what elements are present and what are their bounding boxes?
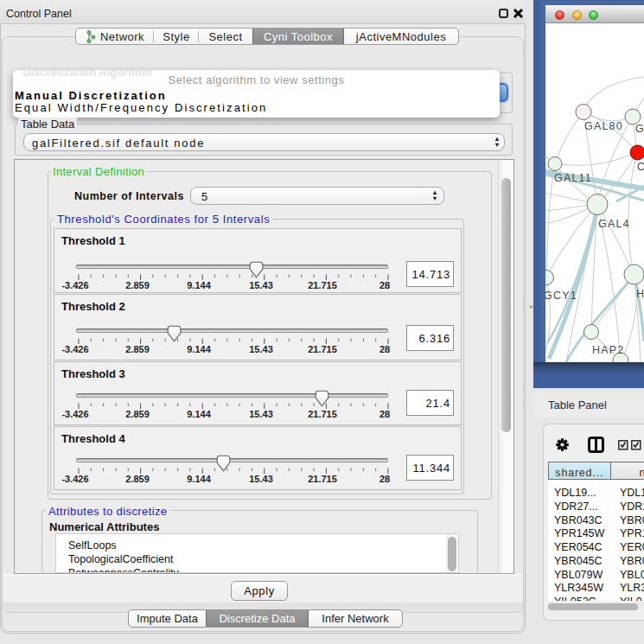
svg-text:C: C [637,161,644,173]
svg-text:GCY1: GCY1 [545,290,577,302]
svg-text:H: H [636,288,644,300]
svg-text:GAL11: GAL11 [554,172,592,184]
svg-text:GAL80: GAL80 [584,120,623,132]
svg-text:HAP2: HAP2 [592,344,624,356]
svg-text:GAL4: GAL4 [598,218,630,230]
svg-text:GA: GA [635,123,644,135]
